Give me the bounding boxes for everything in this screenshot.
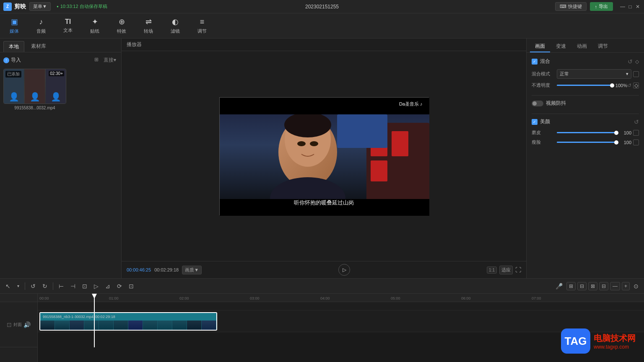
split-tool[interactable]: ⊢	[57, 282, 66, 291]
zoom-out-btn[interactable]: ⊠	[588, 282, 597, 290]
snap-btn[interactable]: ⊟	[599, 282, 608, 290]
opacity-reset[interactable]: ↺	[627, 83, 631, 88]
transition-icon: ⇌	[145, 17, 152, 26]
app-logo: Z 剪映	[3, 3, 26, 11]
maximize-button[interactable]: □	[627, 4, 633, 10]
audio-icon: ♪	[39, 18, 43, 26]
rotate-tool[interactable]: ⟳	[115, 282, 124, 291]
tool-filter[interactable]: ◐ 滤镜	[168, 17, 183, 34]
select-sub-tool[interactable]: ▾	[15, 282, 21, 290]
fullscreen-button[interactable]: ⛶	[515, 266, 521, 273]
resolution-button[interactable]: 1:1	[487, 266, 497, 274]
fit-button[interactable]: 适应	[499, 266, 513, 274]
auto-tool[interactable]: ⊿	[103, 282, 112, 291]
whiten-row: 瘦脸 100	[532, 139, 639, 145]
play-tool[interactable]: ▷	[92, 282, 101, 291]
tool-text[interactable]: TI 文本	[60, 18, 75, 34]
tab-library[interactable]: 素材库	[26, 41, 51, 52]
tool-sticker[interactable]: ✦ 贴纸	[87, 17, 102, 34]
media-icon: ▣	[11, 17, 18, 26]
smooth-label: 磨皮	[532, 129, 557, 136]
grid-view-button[interactable]: ⊞	[93, 56, 100, 65]
tracks-area: 991558388_nb3-1-30032.mp4 00:02:29:18	[38, 302, 644, 347]
video-clip[interactable]: 991558388_nb3-1-30032.mp4 00:02:29:18	[39, 312, 217, 331]
blend-kf-icon[interactable]: ◇	[635, 59, 639, 65]
right-panel: 画面 变速 动画 调节 混合 ↺ ◇ 混合模式 正常 ▾	[527, 39, 644, 278]
menu-button[interactable]: 菜单▼	[29, 2, 51, 11]
divider-1	[532, 95, 639, 96]
blend-mode-kf[interactable]	[633, 71, 639, 77]
tab-animation[interactable]: 动画	[572, 41, 592, 52]
opacity-thumb[interactable]	[610, 83, 614, 88]
tab-adjust[interactable]: 调节	[593, 41, 613, 52]
tool-transition[interactable]: ⇌ 转场	[141, 17, 156, 34]
import-button[interactable]: 导入	[3, 57, 21, 64]
time-total: 00:02:29:18	[154, 267, 179, 272]
beauty-reset[interactable]: ↺	[634, 119, 639, 125]
filter-label: 滤镜	[171, 28, 180, 34]
opacity-kf[interactable]: ◇	[633, 83, 639, 88]
tab-speed[interactable]: 变速	[551, 41, 571, 52]
delete-tool[interactable]: ⊣	[68, 282, 78, 291]
list-options-button[interactable]: 直接▾	[102, 56, 118, 65]
beauty-checkbox[interactable]	[532, 119, 538, 125]
microphone-icon[interactable]: 🎤	[553, 282, 565, 291]
smooth-thumb[interactable]	[614, 131, 618, 135]
smooth-track	[557, 132, 616, 133]
quality-button[interactable]: 画质▼	[182, 266, 202, 274]
whiten-kf[interactable]	[633, 140, 639, 145]
blend-mode-label: 混合模式	[532, 71, 557, 77]
blend-checkbox[interactable]	[532, 59, 538, 65]
playhead[interactable]	[94, 294, 95, 347]
select-tool[interactable]: ↖	[3, 282, 13, 291]
plus-btn[interactable]: +	[622, 282, 630, 290]
undo-tool[interactable]: ↺	[29, 282, 38, 291]
text-label: 文本	[63, 27, 73, 34]
timeline-right-tools: 🎤 ⊞ ⊟ ⊠ ⊟ — + ⊙	[553, 282, 641, 291]
tag-url: www.tagxp.com	[594, 344, 636, 350]
tab-picture[interactable]: 画面	[530, 41, 550, 52]
mask-tool[interactable]: ⊡	[127, 282, 136, 291]
settings-icon[interactable]: ⊙	[631, 282, 641, 291]
tab-local[interactable]: 本地	[3, 41, 24, 52]
tool-effect[interactable]: ⊕ 特效	[114, 17, 129, 34]
whiten-thumb[interactable]	[614, 140, 618, 145]
tool-media[interactable]: ▣ 媒体	[7, 17, 22, 34]
video-content: Da圣音乐 ♪	[220, 98, 428, 215]
left-tabs: 本地 素材库	[0, 39, 121, 52]
whiten-slider[interactable]	[557, 142, 616, 143]
play-button[interactable]: ▷	[338, 264, 350, 276]
zoom-in-btn[interactable]: ⊟	[577, 282, 587, 290]
cover-label: 封面	[13, 322, 22, 328]
blend-mode-select[interactable]: 正常 ▾	[557, 69, 631, 79]
clip-duration: 00:02:29:18	[95, 315, 115, 319]
cover-icon[interactable]: ⊡	[7, 321, 12, 328]
stabilize-section: 视频防抖	[532, 100, 639, 107]
zoom-fit-btn[interactable]: ⊞	[566, 282, 576, 290]
timeline-ruler: 00:00 01:00 02:00 03:00 04:00 05:00 06:0…	[38, 294, 644, 302]
video-frame[interactable]: Da圣音乐 ♪ 听你怀抱的暖叠延过山岗	[219, 97, 429, 215]
stabilize-toggle[interactable]	[532, 101, 543, 106]
blend-reset-icon[interactable]: ↺	[628, 58, 633, 65]
opacity-slider[interactable]	[557, 85, 612, 86]
whiten-fill	[557, 142, 616, 143]
close-button[interactable]: ✕	[635, 4, 641, 10]
audio-track-icon[interactable]: 🔊	[23, 321, 31, 328]
tool-audio[interactable]: ♪ 音频	[34, 18, 49, 34]
media-filename: 99155838...0032.mp4	[3, 106, 66, 110]
shortcut-button[interactable]: ⌨ 快捷键	[555, 2, 587, 11]
export-button[interactable]: ↑ 导出	[590, 2, 613, 11]
redo-tool[interactable]: ↻	[40, 282, 49, 291]
opacity-fill	[557, 85, 612, 86]
minus-btn[interactable]: —	[610, 282, 620, 290]
tool-adjust[interactable]: ≡ 调节	[195, 18, 210, 34]
smooth-slider[interactable]	[557, 132, 616, 133]
frame-2	[55, 321, 70, 330]
media-item[interactable]: 👤 👤 👤 已添加 02:30+ 99155838...0032.mp4	[3, 69, 66, 110]
minimize-button[interactable]: —	[620, 4, 626, 10]
smooth-kf[interactable]	[633, 130, 639, 136]
person-2: 👤	[25, 69, 45, 103]
svg-rect-4	[371, 160, 387, 181]
media-panel: 导入 ⊞ 直接▾ 👤 👤 👤	[0, 52, 121, 278]
crop-tool[interactable]: ⊡	[80, 282, 89, 291]
